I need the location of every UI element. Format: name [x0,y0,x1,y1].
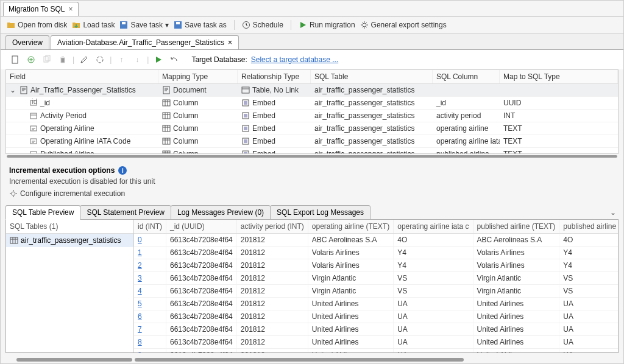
field-type-icon [29,150,38,154]
load-task-button[interactable]: Load task [72,21,115,29]
table-row[interactable]: 16613c4b7208e4f64201812Volaris AirlinesY… [134,247,618,259]
svg-rect-24 [163,125,170,131]
tab-unit[interactable]: Aviation-Database.Air_Traffic_Passenger_… [51,35,239,49]
tab-migration[interactable]: Migration To SQL × [3,2,79,16]
window-tabs: Migration To SQL × [1,1,623,16]
svg-rect-19 [30,113,37,119]
svg-rect-22 [244,114,247,117]
grid-column-header[interactable]: published airline iata c [559,220,618,234]
schema-column-header[interactable]: Mapping Type [158,70,238,83]
schema-row[interactable]: Operating Airline IATA CodeColumnEmbedai… [6,135,618,148]
close-icon[interactable]: × [228,38,232,47]
gear-icon [9,189,18,198]
svg-rect-30 [244,139,247,143]
svg-point-5 [363,23,366,27]
table-row[interactable]: 36613c4b7208e4f64201812Virgin AtlanticVS… [134,272,618,285]
schema-row[interactable]: id_idColumnEmbedair_traffic_passenger_st… [6,97,618,110]
add-button[interactable] [25,54,37,66]
incremental-section: Incremental execution options i Incremen… [1,161,623,203]
schema-column-header[interactable]: Field [6,70,158,83]
play-button[interactable] [152,54,165,66]
run-migration-button[interactable]: Run migration [299,21,355,29]
schedule-button[interactable]: Schedule [242,21,283,29]
grid-column-header[interactable]: operating airline (TEXT) [308,220,393,234]
refresh-button[interactable] [94,54,106,66]
copy-button[interactable] [41,54,53,66]
relationship-type-icon [241,86,250,94]
svg-rect-34 [244,152,247,154]
grid-column-header[interactable]: activity period (INT) [236,220,308,234]
relationship-type-icon [241,150,250,154]
main-toolbar: Open from disk Load task Save task ▾ Sav… [1,16,623,34]
general-export-settings-button[interactable]: General export settings [360,21,447,29]
move-down-button[interactable]: ↓ [131,54,143,66]
clock-icon [242,21,250,29]
tab-overview[interactable]: Overview [5,35,49,49]
horizontal-scrollbar[interactable] [7,155,617,158]
grid-column-header[interactable]: published airline (TEXT) [473,220,559,234]
grid-column-header[interactable]: operating airline iata c [394,220,473,234]
schema-column-header[interactable]: Relationship Type [238,70,311,83]
schema-column-header[interactable]: SQL Column [433,70,500,83]
svg-rect-32 [163,151,170,154]
sql-tables-list: SQL Tables (1) air_traffic_passenger_sta… [6,220,134,352]
configure-incremental-button[interactable]: Configure incremental execution [9,189,615,198]
schema-column-header[interactable]: Map to SQL Type [500,70,618,83]
field-type-icon: id [29,99,38,107]
bottom-scrollbar[interactable] [7,358,617,361]
tab-log-messages-preview[interactable]: Log Messages Preview (0) [171,205,271,220]
schema-row[interactable]: Published AirlineColumnEmbedair_traffic_… [6,148,618,154]
table-row[interactable]: 46613c4b7208e4f64201812Virgin AtlanticVS… [134,285,618,298]
svg-rect-16 [163,100,170,106]
save-task-button[interactable]: Save task ▾ [119,21,169,29]
new-doc-button[interactable] [9,54,21,66]
svg-rect-18 [244,101,247,105]
open-from-disk-button[interactable]: Open from disk [7,21,67,29]
table-row[interactable]: 96613c4b7208e4f64201812United AirlinesUA… [134,349,618,353]
mapping-type-icon [162,86,171,94]
save-task-as-button[interactable]: Save task as [174,21,227,29]
schema-row[interactable]: Activity PeriodColumnEmbedair_traffic_pa… [6,110,618,122]
move-up-button[interactable]: ↑ [115,54,127,66]
select-target-database-link[interactable]: Select a target database ... [251,55,338,64]
incremental-note: Incremental execution is disabled for th… [9,177,615,186]
info-icon[interactable]: i [118,166,127,175]
chevron-down-icon[interactable]: ⌄ [10,86,16,94]
field-type-icon [20,86,28,94]
chevron-down-icon[interactable]: ⌄ [610,208,616,217]
save-as-icon [174,21,182,29]
table-row[interactable]: 76613c4b7208e4f64201812United AirlinesUA… [134,323,618,336]
delete-button[interactable] [57,54,69,66]
schema-row[interactable]: Operating AirlineColumnEmbedair_traffic_… [6,122,618,135]
svg-rect-6 [12,56,18,63]
gear-icon [360,21,369,29]
table-row[interactable]: 66613c4b7208e4f64201812United AirlinesUA… [134,310,618,323]
tables-list-item[interactable]: air_traffic_passenger_statistics [6,234,133,247]
edit-button[interactable] [78,54,90,66]
svg-rect-31 [30,152,37,154]
table-row[interactable]: 06613c4b7208e4f64201812ABC Aerolineas S.… [134,234,618,247]
relationship-type-icon [241,124,250,133]
table-row[interactable]: 86613c4b7208e4f64201812United AirlinesUA… [134,336,618,349]
undo-button[interactable] [168,54,180,66]
grid-column-header[interactable]: _id (UUID) [166,220,237,234]
field-type-icon [29,111,38,120]
mapping-type-icon [162,99,171,107]
svg-rect-48 [10,237,18,243]
tab-sql-table-preview[interactable]: SQL Table Preview [5,205,80,220]
close-icon[interactable]: × [69,5,73,13]
data-grid[interactable]: id (INT)_id (UUID)activity period (INT)o… [134,220,618,352]
tab-sql-statement-preview[interactable]: SQL Statement Preview [80,205,171,220]
grid-column-header[interactable]: id (INT) [134,220,166,234]
relationship-type-icon [241,111,250,120]
svg-rect-13 [242,87,249,93]
tab-sql-export-log[interactable]: SQL Export Log Messages [270,205,370,220]
table-row[interactable]: 56613c4b7208e4f64201812United AirlinesUA… [134,298,618,310]
tab-title: Migration To SQL [9,5,65,13]
schema-row[interactable]: ⌄Air_Traffic_Passenger_StatisticsDocumen… [6,84,618,97]
schema-column-header[interactable]: SQL Table [311,70,433,83]
svg-text:id: id [32,99,37,106]
relationship-type-icon [241,137,250,145]
svg-rect-12 [163,86,169,94]
table-row[interactable]: 26613c4b7208e4f64201812Volaris AirlinesY… [134,259,618,272]
